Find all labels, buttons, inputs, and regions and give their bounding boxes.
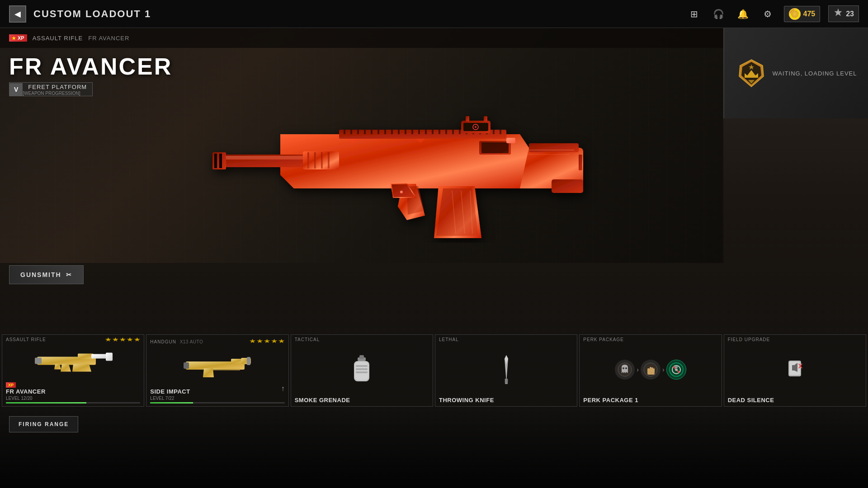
svg-rect-33 [493,130,495,134]
star-4 [127,338,133,342]
currency-icon [789,8,801,20]
svg-rect-50 [328,152,330,169]
item-level-hg: LEVEL 7/22 [150,396,284,401]
svg-rect-14 [364,130,366,134]
item-level-ar: LEVEL 12/20 [6,396,140,401]
level-bar-ar [6,402,140,404]
slot-type-ar: ASSAULT RIFLE [6,337,46,342]
svg-rect-25 [439,130,440,134]
slot-type-hg: HANDGUN [150,339,176,344]
bell-icon[interactable]: 🔔 [735,6,751,22]
top-bar: ◀ CUSTOM LOADOUT 1 ⊞ 🎧 🔔 ⚙ 475 [0,0,868,28]
slot-type-tac: TACTICAL [295,337,320,342]
perk-icon-3 [666,360,686,380]
grid-icon[interactable]: ⊞ [686,6,703,22]
xp-star-icon: ★ [12,36,16,41]
currency-badge: 475 [784,6,821,22]
slot-perk[interactable]: PERK PACKAGE › [579,334,722,407]
slot-field-upgrade[interactable]: FIELD UPGRADE DEAD SILENCE [724,334,866,407]
weapon-svg [203,71,610,243]
svg-rect-44 [214,154,217,168]
slot-footer-hg: SIDE IMPACT LEVEL 7/22 [146,386,288,406]
slot-footer-ar: XP FR AVANCER LEVEL 12/20 [2,378,144,406]
throwing-knife-image [503,355,510,385]
weapon-image [90,51,723,263]
svg-rect-64 [78,353,94,359]
gunsmith-button[interactable]: GUNSMITH ✂ [9,265,84,284]
svg-point-1 [791,10,798,18]
svg-point-98 [675,368,678,371]
star-row-hg [250,339,285,343]
settings-icon[interactable]: ⚙ [760,6,776,22]
star-1 [105,338,111,342]
svg-rect-78 [356,368,368,370]
svg-point-38 [475,126,476,128]
svg-rect-102 [792,365,794,371]
slot-type-info-hg: HANDGUN X13 AUTO [150,337,203,345]
star-hg-2 [257,339,263,343]
svg-rect-15 [371,130,373,134]
svg-point-88 [625,367,627,369]
soldier-icon [833,8,843,20]
svg-rect-57 [506,138,515,143]
slot-body-ar [2,344,144,378]
weapon-type-label: ASSAULT RIFLE [33,35,83,42]
platform-info: FERET PLATFORM [WEAPON PROGRESSION] [23,83,92,96]
svg-rect-40 [484,116,487,122]
slot-lethal[interactable]: LETHAL THROWING KNIFE [435,334,577,407]
level-bar-hg [150,402,284,404]
ar-image [33,346,114,377]
back-button[interactable]: ◀ [9,5,26,23]
svg-rect-93 [653,368,655,373]
weapon-name-header: FR AVANCER [88,35,129,42]
svg-rect-91 [650,367,651,373]
item-name-tac: SMOKE GRENADE [295,397,429,404]
svg-rect-5 [529,143,579,152]
action-icon-hg: ↑ [281,385,285,393]
svg-rect-56 [481,142,509,153]
svg-rect-79 [356,371,368,373]
weapon-display: ★ XP ASSAULT RIFLE FR AVANCER FR AVANCER… [0,28,723,263]
slot-body-let [435,344,577,395]
svg-rect-94 [647,373,655,375]
slot-header-hg: HANDGUN X13 AUTO [146,335,288,347]
star-5 [134,338,140,342]
perk-arrow-2: › [662,366,665,373]
firing-range-button[interactable]: FIRING RANGE [9,416,78,432]
slot-footer-fu: DEAD SILENCE [724,395,866,406]
svg-rect-26 [445,130,447,134]
star-hg-4 [271,339,278,343]
svg-rect-9 [579,155,582,170]
star-hg-3 [264,339,270,343]
slot-tactical[interactable]: TACTICAL SMOKE GRENADE [291,334,433,407]
slot-handgun[interactable]: HANDGUN X13 AUTO [146,334,288,407]
platform-badge[interactable]: V FERET PLATFORM [WEAPON PROGRESSION] [9,82,93,96]
item-name-perk: PERK PACKAGE 1 [583,397,717,404]
headphones-icon[interactable]: 🎧 [711,6,727,22]
slot-footer-tac: SMOKE GRENADE [291,395,433,406]
svg-point-2 [794,9,796,10]
slot-header-let: LETHAL [435,335,577,344]
item-name-ar: FR AVANCER [6,388,140,395]
star-3 [119,338,126,342]
rank-emblem [736,57,767,89]
svg-rect-71 [247,357,250,365]
svg-rect-49 [321,152,323,169]
svg-rect-17 [384,130,386,134]
svg-rect-63 [35,357,42,364]
svg-rect-39 [466,116,469,122]
gunsmith-label: GUNSMITH [20,271,61,278]
slot-footer-perk: PERK PACKAGE 1 [580,395,721,406]
svg-rect-99 [675,366,678,368]
side-panel: WAITING, LOADING LEVEL [723,28,868,118]
gunsmith-area: GUNSMITH ✂ [9,265,84,284]
slot-footer-let: THROWING KNIFE [435,395,577,406]
slot-type-perk: PERK PACKAGE [583,337,624,342]
svg-rect-16 [377,130,379,134]
xp-label: XP [18,35,24,41]
slot-assault-rifle[interactable]: ASSAULT RIFLE [2,334,144,407]
perk-icon-1 [615,360,635,380]
svg-rect-13 [357,130,359,134]
loadout-title: CUSTOM LOADOUT 1 [33,8,686,20]
wrench-icon: ✂ [66,271,72,278]
